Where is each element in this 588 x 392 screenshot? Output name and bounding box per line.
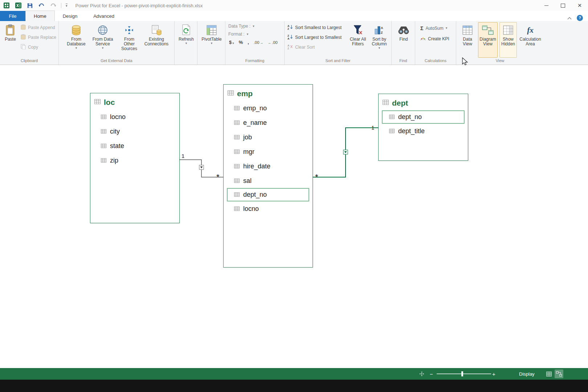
- field-icon: [234, 163, 240, 170]
- field-e_name[interactable]: e_name: [224, 115, 313, 130]
- clear-sort-button[interactable]: AZ Clear Sort: [286, 43, 347, 51]
- thousands-separator-button[interactable]: ,: [248, 40, 249, 45]
- sort-ascending-icon: AZ: [287, 24, 293, 31]
- field-locno[interactable]: locno: [224, 201, 313, 216]
- minimize-button[interactable]: [538, 0, 555, 11]
- window-controls: [538, 0, 588, 11]
- currency-format-button[interactable]: $: [229, 40, 234, 45]
- paste-append-button[interactable]: Paste Append: [19, 23, 58, 32]
- field-job[interactable]: job: [224, 130, 313, 144]
- field-zip[interactable]: zip: [90, 153, 179, 168]
- zoom-in-button[interactable]: [492, 368, 495, 380]
- maximize-button[interactable]: [555, 0, 571, 11]
- field-mgr[interactable]: mgr: [224, 144, 313, 159]
- table-loc[interactable]: loc locno city state zip: [90, 93, 180, 223]
- field-sal[interactable]: sal: [224, 173, 313, 188]
- customize-toolbar-caret-icon[interactable]: [66, 4, 68, 7]
- create-kpi-button[interactable]: Create KPI: [419, 34, 451, 43]
- from-other-sources-button[interactable]: From Other Sources: [117, 22, 141, 58]
- collapse-ribbon-icon[interactable]: [567, 15, 572, 21]
- clear-all-filters-button[interactable]: Clear All Filters: [348, 22, 367, 58]
- sort-smallest-to-largest-button[interactable]: AZ Sort Smallest to Largest: [286, 23, 347, 32]
- field-icon: [101, 128, 106, 135]
- excel-icon[interactable]: [15, 2, 22, 9]
- ribbon-tab-bar: File Home Design Advanced ?: [0, 11, 588, 21]
- diagram-canvas[interactable]: 1 * * 1 loc locno city state zip: [0, 65, 588, 368]
- decrease-decimal-button[interactable]: .00: [268, 40, 277, 45]
- field-hire_date[interactable]: hire_date: [224, 159, 313, 173]
- zoom-out-button[interactable]: [430, 368, 433, 380]
- toolbar-separator: [61, 3, 61, 8]
- field-emp_no[interactable]: emp_no: [224, 101, 313, 115]
- increase-decimal-button[interactable]: .00: [254, 40, 263, 45]
- group-view: Data View Diagram View Show Hidden: [456, 21, 544, 65]
- help-icon[interactable]: ?: [577, 15, 583, 21]
- dropdown-caret-icon: [446, 26, 448, 30]
- calculation-area-button[interactable]: fx Calculation Area: [519, 22, 542, 58]
- dropdown-caret-icon: [247, 33, 249, 36]
- from-data-service-button[interactable]: From Data Service: [90, 22, 115, 58]
- powerpivot-app-icon: [3, 2, 10, 9]
- group-external-data: From Database From Data Service From Oth…: [59, 21, 175, 65]
- from-database-button[interactable]: From Database: [64, 22, 88, 58]
- format-dropdown[interactable]: Format :: [227, 30, 283, 38]
- fit-to-screen-icon[interactable]: [419, 368, 425, 380]
- table-dept[interactable]: dept dept_no dept_title: [378, 94, 468, 161]
- status-diagram-view-button[interactable]: [555, 369, 563, 378]
- fx-icon: fx: [527, 24, 534, 37]
- table-emp[interactable]: emp emp_no e_name job mgr hire_date sal …: [223, 84, 313, 268]
- tab-home[interactable]: Home: [25, 11, 55, 21]
- zoom-slider-thumb[interactable]: [461, 371, 463, 376]
- relationship-emp-dept[interactable]: * 1: [313, 124, 378, 181]
- paste-replace-button[interactable]: Paste Replace: [19, 33, 58, 41]
- field-dept_no-highlighted[interactable]: dept_no: [227, 188, 309, 201]
- group-sort-filter: AZ Sort Smallest to Largest ZA Sort Larg…: [285, 21, 392, 65]
- paste-button[interactable]: Paste: [1, 22, 19, 58]
- table-icon: [228, 90, 234, 97]
- find-button[interactable]: Find: [395, 22, 413, 58]
- refresh-button[interactable]: Refresh: [176, 22, 196, 58]
- diagram-view-icon: [482, 24, 494, 37]
- show-hidden-button[interactable]: Show Hidden: [499, 22, 517, 58]
- copy-button[interactable]: Copy: [19, 43, 58, 51]
- table-loc-header[interactable]: loc: [90, 93, 179, 110]
- zoom-slider[interactable]: [437, 373, 491, 374]
- autosum-button[interactable]: Σ AutoSum: [419, 24, 449, 32]
- diagram-view-button[interactable]: Diagram View: [478, 22, 498, 58]
- redo-icon[interactable]: [49, 2, 57, 9]
- field-icon: [234, 148, 240, 156]
- table-emp-header[interactable]: emp: [224, 85, 313, 101]
- group-label-calculations: Calculations: [415, 58, 456, 65]
- field-dept_title[interactable]: dept_title: [379, 124, 468, 138]
- field-locno[interactable]: locno: [90, 110, 179, 124]
- pivottable-button[interactable]: PivotTable: [200, 22, 224, 58]
- field-state[interactable]: state: [90, 139, 179, 153]
- table-dept-header[interactable]: dept: [379, 94, 468, 110]
- percent-format-button[interactable]: %: [239, 40, 243, 45]
- sigma-icon: Σ: [420, 25, 423, 31]
- sort-by-column-button[interactable]: AZ Sort by Column: [369, 22, 390, 58]
- tab-file[interactable]: File: [0, 11, 25, 21]
- data-type-dropdown[interactable]: Data Type :: [227, 22, 283, 30]
- data-view-button[interactable]: Data View: [459, 22, 476, 58]
- existing-connections-button[interactable]: Existing Connections: [143, 22, 170, 58]
- field-icon: [234, 205, 240, 213]
- close-button[interactable]: [571, 0, 588, 11]
- undo-icon[interactable]: [38, 2, 45, 9]
- sort-descending-icon: ZA: [287, 34, 293, 41]
- display-label: Display: [519, 368, 535, 380]
- tab-advanced[interactable]: Advanced: [85, 11, 122, 21]
- dropdown-caret-icon: [379, 46, 380, 50]
- title-bar: Power Pivot for Excel - power-pivot-impl…: [0, 0, 588, 11]
- group-calculations: Σ AutoSum Create KPI Calculations: [415, 21, 456, 65]
- field-city[interactable]: city: [90, 124, 179, 139]
- relationship-loc-emp[interactable]: 1 *: [180, 153, 223, 181]
- group-find: Find Find: [392, 21, 415, 65]
- sort-largest-to-smallest-button[interactable]: ZA Sort Largest to Smallest: [286, 33, 347, 41]
- field-dept_no-highlighted[interactable]: dept_no: [382, 110, 465, 124]
- data-view-icon: [462, 24, 473, 37]
- save-icon[interactable]: [26, 2, 33, 9]
- status-grid-view-button[interactable]: [544, 369, 553, 378]
- svg-text:Z: Z: [287, 27, 289, 30]
- tab-design[interactable]: Design: [55, 11, 85, 21]
